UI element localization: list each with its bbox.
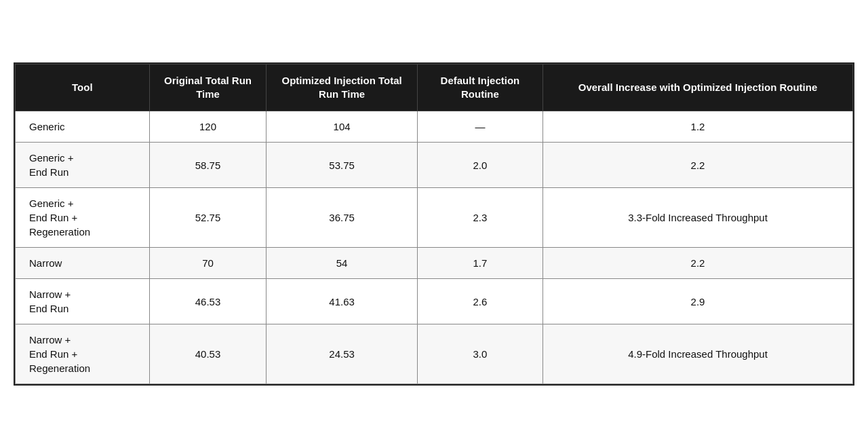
cell-tool: Generic bbox=[16, 111, 150, 143]
cell-def-injection: 2.0 bbox=[417, 143, 542, 188]
cell-orig-runtime: 120 bbox=[149, 111, 267, 143]
cell-tool: Generic + End Run + Regeneration bbox=[16, 188, 150, 248]
cell-def-injection: 2.3 bbox=[417, 188, 542, 248]
table-row: Generic + End Run + Regeneration52.7536.… bbox=[16, 188, 853, 248]
cell-overall-increase: 1.2 bbox=[543, 111, 853, 143]
cell-overall-increase: 2.9 bbox=[543, 279, 853, 324]
cell-overall-increase: 2.2 bbox=[543, 143, 853, 188]
cell-orig-runtime: 58.75 bbox=[149, 143, 267, 188]
cell-tool: Narrow bbox=[16, 248, 150, 279]
cell-overall-increase: 2.2 bbox=[543, 248, 853, 279]
cell-orig-runtime: 70 bbox=[149, 248, 267, 279]
header-default-injection: Default Injection Routine bbox=[417, 64, 542, 111]
header-optimized-runtime: Optimized Injection Total Run Time bbox=[267, 64, 417, 111]
table-row: Generic + End Run58.7553.752.02.2 bbox=[16, 143, 853, 188]
cell-opt-runtime: 54 bbox=[267, 248, 417, 279]
cell-def-injection: — bbox=[417, 111, 542, 143]
cell-tool: Narrow + End Run + Regeneration bbox=[16, 324, 150, 384]
header-original-runtime: Original Total Run Time bbox=[149, 64, 267, 111]
table-row: Narrow + End Run + Regeneration40.5324.5… bbox=[16, 324, 853, 384]
comparison-table: Tool Original Total Run Time Optimized I… bbox=[14, 62, 854, 386]
cell-orig-runtime: 40.53 bbox=[149, 324, 267, 384]
cell-opt-runtime: 41.63 bbox=[267, 279, 417, 324]
cell-def-injection: 1.7 bbox=[417, 248, 542, 279]
cell-orig-runtime: 46.53 bbox=[149, 279, 267, 324]
table-row: Narrow + End Run46.5341.632.62.9 bbox=[16, 279, 853, 324]
cell-opt-runtime: 104 bbox=[267, 111, 417, 143]
cell-overall-increase: 3.3-Fold Increased Throughput bbox=[543, 188, 853, 248]
cell-orig-runtime: 52.75 bbox=[149, 188, 267, 248]
cell-def-injection: 3.0 bbox=[417, 324, 542, 384]
cell-def-injection: 2.6 bbox=[417, 279, 542, 324]
cell-opt-runtime: 53.75 bbox=[267, 143, 417, 188]
header-overall-increase: Overall Increase with Optimized Injectio… bbox=[543, 64, 853, 111]
cell-opt-runtime: 36.75 bbox=[267, 188, 417, 248]
table-row: Narrow70541.72.2 bbox=[16, 248, 853, 279]
header-tool: Tool bbox=[16, 64, 150, 111]
cell-overall-increase: 4.9-Fold Increased Throughput bbox=[543, 324, 853, 384]
table-row: Generic120104—1.2 bbox=[16, 111, 853, 143]
cell-tool: Narrow + End Run bbox=[16, 279, 150, 324]
cell-tool: Generic + End Run bbox=[16, 143, 150, 188]
cell-opt-runtime: 24.53 bbox=[267, 324, 417, 384]
